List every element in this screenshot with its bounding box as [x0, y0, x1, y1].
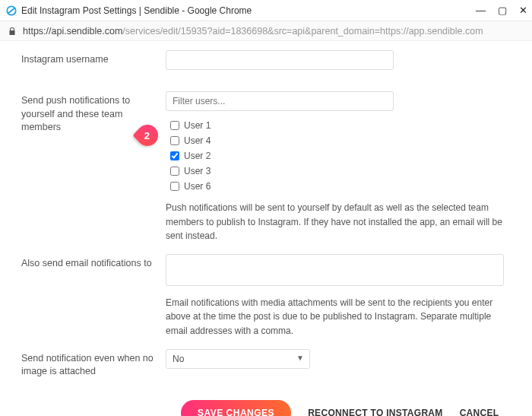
label-no-image: Send notification even when no image is … [21, 349, 166, 379]
user-name-label: User 1 [184, 120, 211, 131]
window-close-icon[interactable]: ✕ [519, 5, 527, 16]
window-title: Edit Instagram Post Settings | Sendible … [21, 5, 476, 16]
window-minimize-icon[interactable]: — [476, 5, 486, 16]
address-bar[interactable]: https://api.sendible.com/services/edit/1… [0, 21, 532, 41]
user-checkbox[interactable] [170, 121, 179, 130]
user-list-item[interactable]: User 2 [170, 148, 409, 164]
label-instagram-username: Instagram username [21, 50, 166, 70]
reconnect-instagram-button[interactable]: RECONNECT TO INSTAGRAM [308, 408, 443, 416]
url-host: https://api.sendible.com [23, 26, 122, 37]
user-checkbox[interactable] [170, 167, 179, 176]
help-push: Push notifications will be sent to yours… [166, 193, 511, 243]
lock-icon [8, 27, 17, 36]
email-notifications-input[interactable] [166, 254, 504, 286]
user-list[interactable]: User 1User 4User 2User 3User 6User 5 [166, 116, 409, 193]
user-checkbox[interactable] [170, 136, 179, 145]
user-name-label: User 2 [184, 151, 211, 161]
url-path: /services/edit/15935?aid=1836698&src=api… [122, 26, 483, 37]
user-list-item[interactable]: User 1 [170, 118, 409, 133]
filter-users-input[interactable] [166, 91, 394, 111]
user-list-item[interactable]: User 3 [170, 164, 409, 179]
window-titlebar: Edit Instagram Post Settings | Sendible … [0, 0, 532, 21]
save-changes-button[interactable]: SAVE CHANGES [181, 400, 291, 416]
label-push-notifications: Send push notifications to yourself and … [21, 91, 166, 243]
window-maximize-icon[interactable]: ▢ [498, 5, 507, 16]
user-name-label: User 3 [184, 166, 211, 176]
user-list-item[interactable]: User 4 [170, 133, 409, 148]
user-name-label: User 4 [184, 135, 211, 146]
label-email-notifications: Also send email notifications to [21, 254, 166, 338]
app-favicon [6, 5, 17, 16]
user-checkbox[interactable] [170, 182, 179, 191]
user-name-label: User 6 [184, 181, 211, 192]
help-email: Email notifications with media attachmen… [166, 288, 511, 338]
user-list-item[interactable]: User 6 [170, 179, 409, 193]
no-image-select[interactable]: No [166, 349, 310, 369]
cancel-button[interactable]: CANCEL [460, 408, 499, 416]
instagram-username-input[interactable] [166, 50, 394, 70]
user-checkbox[interactable] [170, 151, 179, 160]
